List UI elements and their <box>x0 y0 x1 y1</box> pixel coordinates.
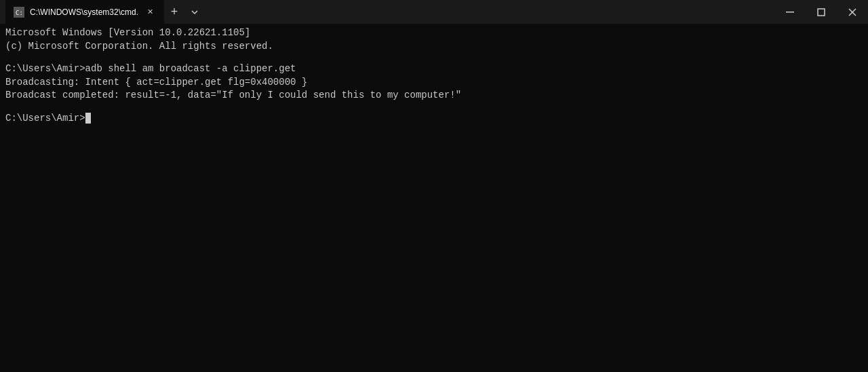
terminal-line-1: Microsoft Windows [Version 10.0.22621.11… <box>5 26 863 40</box>
cmd-tab-title: C:\WINDOWS\system32\cmd. <box>30 7 138 17</box>
tab-dropdown-button[interactable] <box>184 0 205 24</box>
terminal-line-4: Broadcasting: Intent { act=clipper.get f… <box>5 76 863 90</box>
svg-text:C:: C: <box>16 10 23 16</box>
terminal-line-5: Broadcast completed: result=-1, data="If… <box>5 89 863 103</box>
terminal-line-3: C:\Users\Amir>adb shell am broadcast -a … <box>5 62 863 76</box>
tab-area: C: C:\WINDOWS\system32\cmd. ✕ + <box>5 0 774 24</box>
terminal-prompt-line: C:\Users\Amir> <box>5 112 863 126</box>
terminal-spacer-2 <box>5 103 863 112</box>
terminal-line-2: (c) Microsoft Corporation. All rights re… <box>5 40 863 54</box>
titlebar: C: C:\WINDOWS\system32\cmd. ✕ + <box>0 0 868 24</box>
cmd-tab[interactable]: C: C:\WINDOWS\system32\cmd. ✕ <box>5 0 164 24</box>
minimize-button[interactable] <box>774 0 806 24</box>
terminal-body[interactable]: Microsoft Windows [Version 10.0.22621.11… <box>0 24 868 372</box>
cmd-tab-icon: C: <box>14 7 24 18</box>
terminal-spacer-1 <box>5 53 863 62</box>
terminal-window: C: C:\WINDOWS\system32\cmd. ✕ + <box>0 0 868 372</box>
new-tab-button[interactable]: + <box>164 0 184 24</box>
close-button[interactable] <box>837 0 868 24</box>
svg-rect-2 <box>786 12 794 13</box>
svg-rect-3 <box>818 9 825 16</box>
window-controls <box>774 0 868 24</box>
terminal-cursor <box>85 113 91 124</box>
maximize-button[interactable] <box>806 0 837 24</box>
cmd-tab-close[interactable]: ✕ <box>144 6 156 18</box>
